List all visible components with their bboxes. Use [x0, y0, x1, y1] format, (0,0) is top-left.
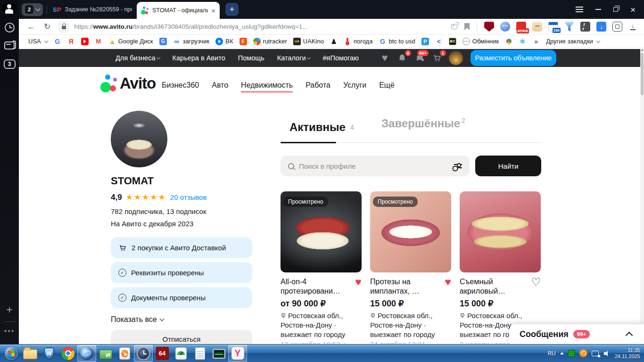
tray-grid-icon[interactable]	[568, 350, 575, 357]
bookmark-item[interactable]: ВК	[215, 38, 233, 45]
scroll-up-arrow[interactable]	[641, 49, 644, 51]
extension-icon[interactable]: 196	[548, 22, 558, 32]
tab-group-pill[interactable]: 2	[22, 3, 43, 16]
bookmark-item[interactable]: UAKino	[293, 38, 324, 45]
antivirus-tray-icon[interactable]	[579, 349, 587, 357]
seller-avatar[interactable]	[111, 111, 167, 167]
taskbar-app-button[interactable]	[58, 345, 77, 362]
network-tray-icon[interactable]	[592, 351, 599, 356]
search-button[interactable]: Найти	[475, 156, 541, 176]
post-listing-button[interactable]: Разместить объявление	[471, 50, 556, 66]
extension-icon[interactable]: 85908	[516, 22, 526, 32]
header-nav-link[interactable]: Помощь	[238, 54, 264, 62]
listing-title[interactable]: All-on-4 протезировани…	[281, 277, 355, 296]
bookmark-item[interactable]	[67, 38, 75, 45]
taskbar-app-button[interactable]	[190, 345, 209, 362]
messages-button[interactable]: 99+	[414, 52, 425, 64]
close-button[interactable]: ×	[630, 5, 636, 14]
bookmark-icon[interactable]	[464, 23, 470, 30]
taskbar-app-button[interactable]	[2, 345, 21, 362]
taskbar-app-button[interactable]	[96, 345, 115, 362]
extension-icon[interactable]	[564, 22, 574, 32]
bookmark-item[interactable]: USA	[28, 38, 48, 45]
scrollbar-thumb[interactable]	[641, 53, 644, 95]
bookmark-item[interactable]	[330, 38, 338, 45]
show-all-toggle[interactable]: Показать все	[111, 315, 252, 324]
other-bookmarks-button[interactable]: Другие закладки	[546, 38, 600, 45]
bookmark-item[interactable]	[435, 38, 443, 45]
taskbar-app-button[interactable]	[172, 345, 190, 362]
bookmark-item[interactable]	[421, 38, 429, 45]
tray-clock[interactable]: 11:35 24.11.2025	[615, 347, 640, 360]
bookmark-item[interactable]	[239, 38, 247, 45]
listings-tab[interactable]: Завершённые2	[381, 117, 465, 130]
tabs-panel-rail-button[interactable]	[0, 41, 19, 49]
search-input[interactable]	[299, 162, 449, 170]
profile-rail-button[interactable]	[0, 3, 19, 14]
minimize-button[interactable]	[595, 9, 601, 10]
favorite-heart-icon[interactable]: ♥	[355, 277, 362, 287]
unsubscribe-button[interactable]: Отписаться	[111, 330, 252, 344]
bookmark-item[interactable]: Google Диск	[108, 38, 153, 45]
subnav-link[interactable]: Недвижимость	[241, 81, 293, 92]
taskbar-app-button[interactable]	[77, 345, 96, 362]
listing-photo[interactable]: Просмотрено	[281, 191, 362, 272]
history-rail-button[interactable]	[0, 23, 19, 33]
bookmark-item[interactable]: rutracker	[253, 38, 287, 45]
subnav-link[interactable]: Работа	[305, 81, 330, 92]
site-security-button[interactable]	[58, 21, 69, 33]
taskbar-app-button[interactable]: Y	[228, 345, 247, 362]
tab-inactive[interactable]: SP Задание №2820559 - прос	[51, 6, 132, 13]
listing-card[interactable]: Просмотрено Протезы на имплантах, … ♥ 15…	[370, 191, 451, 344]
taskbar-app-button[interactable]	[209, 345, 228, 362]
taskbar-app-button[interactable]	[115, 345, 134, 362]
taskbar-app-button[interactable]	[134, 345, 153, 362]
new-tab-button[interactable]: +	[225, 3, 239, 16]
reload-button[interactable]: ↻	[44, 22, 50, 32]
header-nav-link[interactable]: Для бизнеса	[116, 54, 160, 62]
listing-title[interactable]: Съемный акриловый…	[460, 277, 531, 296]
search-field[interactable]	[281, 156, 470, 176]
messages-dock[interactable]: Сообщения 99+	[509, 324, 644, 344]
bookmark-item[interactable]: Обмінник	[462, 38, 499, 45]
bookmark-item[interactable]: погода	[344, 38, 373, 45]
account-avatar[interactable]	[449, 51, 463, 65]
taskbar-app-button[interactable]	[40, 345, 58, 362]
extension-icon[interactable]	[580, 22, 590, 32]
extension-icon[interactable]: 23	[484, 22, 494, 32]
bookmark-item[interactable]	[449, 38, 456, 45]
extension-icon[interactable]	[532, 22, 542, 32]
chevron-up-icon[interactable]	[626, 332, 633, 339]
trust-badge[interactable]: ✓ 2 покупки с Авито Доставкой	[111, 237, 252, 258]
extension-icon[interactable]	[500, 22, 510, 32]
favorite-heart-icon[interactable]: ♡	[531, 277, 541, 287]
filters-icon[interactable]	[454, 163, 462, 169]
bookmark-item[interactable]	[519, 38, 526, 45]
bookmark-item[interactable]: загрузчик	[173, 38, 210, 45]
bookmark-item[interactable]	[159, 38, 167, 45]
trust-badge[interactable]: ✓ Документы проверены	[111, 287, 252, 308]
tab-active[interactable]: STOMAT - официальная ×	[137, 2, 220, 19]
restore-button[interactable]	[613, 7, 618, 12]
subnav-link[interactable]: Ещё	[379, 81, 395, 92]
listing-title[interactable]: Протезы на имплантах, …	[370, 277, 445, 296]
cart-button[interactable]: 1	[431, 52, 443, 64]
bookmark-item[interactable]	[81, 38, 89, 45]
tray-expand-icon[interactable]	[560, 352, 564, 354]
bookmark-item[interactable]: btc to usd	[379, 38, 415, 45]
subnav-link[interactable]: Авто	[212, 81, 228, 92]
taskbar-app-button[interactable]: 64	[153, 345, 172, 362]
extension-icon[interactable]	[612, 22, 622, 32]
listing-photo[interactable]: Просмотрено	[370, 191, 451, 272]
avito-logo[interactable]: Avito	[100, 74, 156, 92]
subnav-link[interactable]: Услуги	[343, 81, 366, 92]
url-text[interactable]: https://www.avito.ru/brands/i367308405/a…	[74, 23, 307, 30]
bookmark-item[interactable]	[54, 38, 61, 45]
notifications-button[interactable]: 8	[396, 52, 408, 64]
favorite-heart-icon[interactable]: ♥	[445, 277, 451, 287]
favorites-button[interactable]: ♥	[379, 52, 390, 64]
volume-tray-icon[interactable]	[604, 350, 611, 357]
page-scrollbar[interactable]	[640, 48, 644, 344]
trust-badge[interactable]: ✓ Реквизиты проверены	[111, 262, 252, 283]
listing-card[interactable]: Съемный акриловый… ♡ 15 000 ₽ Ростовская…	[460, 191, 541, 344]
